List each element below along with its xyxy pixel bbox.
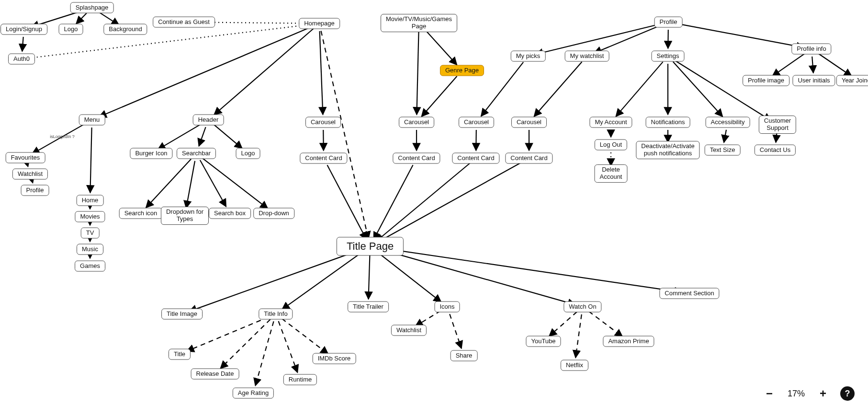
node-home[interactable]: Home — [77, 195, 104, 206]
edge-titleinfo-to-agerating — [255, 321, 273, 385]
node-accessibility[interactable]: Accessibility — [706, 117, 750, 128]
node-header[interactable]: Header — [193, 115, 224, 126]
edge-settings-to-custsupport — [675, 60, 771, 120]
node-homepage[interactable]: Homepage — [299, 18, 340, 29]
node-watchon[interactable]: Watch On — [564, 302, 601, 313]
node-youtube[interactable]: YouTube — [526, 336, 561, 347]
node-settings[interactable]: Settings — [652, 51, 685, 62]
node-logo2[interactable]: Logo — [236, 148, 260, 159]
edge-settings-to-myaccount — [616, 62, 663, 116]
node-background[interactable]: Background — [103, 24, 147, 35]
node-dropdown[interactable]: Drop-down — [253, 208, 294, 219]
edge-menu-to-home — [90, 128, 91, 193]
node-splashpage[interactable]: Splashpage — [70, 2, 114, 13]
node-carousel_home[interactable]: Carousel — [305, 117, 341, 128]
node-notifications[interactable]: Notifications — [646, 117, 690, 128]
node-commentsect[interactable]: Comment Section — [659, 288, 719, 299]
edge-login-to-auth0 — [22, 37, 23, 51]
diagram-edges-svg — [0, 0, 868, 406]
node-carousel_watch[interactable]: Carousel — [511, 117, 547, 128]
edge-genrepage-to-carousel_media — [422, 76, 457, 116]
node-yearjoined[interactable]: Year Joined — [836, 75, 868, 86]
node-movies[interactable]: Movies — [75, 211, 105, 222]
diagram-canvas[interactable]: isLoggedIn ? SplashpageLogin/SignupLogoB… — [0, 0, 868, 406]
node-runtime[interactable]: Runtime — [283, 374, 317, 385]
node-profile[interactable]: Profile — [654, 17, 683, 28]
node-logout[interactable]: Log Out — [595, 139, 627, 151]
node-searchbox[interactable]: Search box — [209, 208, 251, 219]
edge-homepage-to-menu — [99, 26, 313, 117]
help-button[interactable]: ? — [840, 386, 855, 401]
node-share[interactable]: Share — [451, 350, 478, 361]
node-profile_m[interactable]: Profile — [21, 185, 49, 196]
edge-titlepage-to-titleinfo — [282, 251, 364, 309]
edge-splashpage-to-logo1 — [76, 13, 87, 23]
node-userinitials[interactable]: User initials — [792, 75, 835, 86]
node-contactus[interactable]: Contact Us — [755, 145, 796, 156]
node-titletrailer[interactable]: Title Trailer — [348, 302, 389, 313]
node-music[interactable]: Music — [77, 244, 103, 255]
edge-titlepage-to-titleimage — [189, 249, 363, 311]
node-burger[interactable]: Burger Icon — [130, 148, 172, 159]
node-favourites[interactable]: Favourites — [6, 152, 45, 163]
node-profileinfo[interactable]: Profile info — [791, 44, 831, 55]
node-menu[interactable]: Menu — [79, 115, 105, 126]
node-cc_picks[interactable]: Content Card — [452, 153, 499, 164]
node-searchicon[interactable]: Search icon — [119, 208, 163, 219]
node-profileimg[interactable]: Profile image — [743, 75, 789, 86]
edge-homepage-to-carousel_home — [320, 31, 323, 115]
zoom-in-button[interactable]: + — [816, 387, 830, 400]
node-deleteacct[interactable]: Delete Account — [595, 164, 628, 183]
node-tv[interactable]: TV — [81, 228, 100, 239]
zoom-out-button[interactable]: − — [763, 387, 776, 400]
edge-homepage-to-titlepage — [321, 31, 369, 239]
node-myaccount[interactable]: My Account — [589, 117, 632, 128]
node-logo1[interactable]: Logo — [59, 24, 83, 35]
node-titlepage[interactable]: Title Page — [337, 237, 404, 255]
node-releasedate[interactable]: Release Date — [191, 369, 239, 380]
node-custsupport[interactable]: Customer Support — [759, 116, 796, 134]
node-amazon[interactable]: Amazon Prime — [603, 336, 654, 347]
node-mywatchlist[interactable]: My watchlist — [565, 51, 609, 62]
node-agerating[interactable]: Age Rating — [233, 388, 274, 399]
edge-titlepage-to-commentsect — [378, 247, 682, 292]
node-watchlist_i[interactable]: Watchlist — [391, 325, 427, 336]
node-login[interactable]: Login/Signup — [0, 24, 47, 35]
node-auth0[interactable]: Auth0 — [8, 54, 35, 65]
edge-carousel_home-to-cc_home — [323, 130, 324, 151]
edge-profile-to-profileinfo — [676, 23, 804, 47]
node-mediapage[interactable]: Movie/TV/Music/Games Page — [381, 14, 457, 32]
node-watchlist_m[interactable]: Watchlist — [12, 169, 48, 180]
node-icons[interactable]: Icons — [434, 302, 460, 313]
node-genrepage[interactable]: Genre Page — [440, 65, 484, 76]
edge-accessibility-to-textsize — [724, 130, 726, 143]
edge-profile-to-mypicks — [536, 24, 661, 54]
node-games[interactable]: Games — [75, 261, 105, 272]
node-carousel_picks[interactable]: Carousel — [459, 117, 494, 128]
edge-mediapage-to-carousel_media — [417, 31, 418, 115]
node-pushnotif[interactable]: Deactivate/Activate push notifications — [636, 141, 699, 159]
node-textsize[interactable]: Text Size — [705, 145, 741, 156]
edge-cc_watch-to-titlepage — [377, 162, 522, 243]
node-cc_watch[interactable]: Content Card — [505, 153, 552, 164]
node-searchbar[interactable]: Searchbar — [177, 148, 216, 159]
node-ddtypes[interactable]: Dropdown for Types — [161, 207, 209, 225]
edge-cc_home-to-titlepage — [327, 165, 366, 240]
edge-carousel_picks-to-cc_picks — [476, 130, 476, 151]
node-cc_home[interactable]: Content Card — [300, 153, 347, 164]
edge-mypicks-to-carousel_picks — [481, 62, 523, 116]
edge-cc_picks-to-titlepage — [376, 163, 470, 242]
node-carousel_media[interactable]: Carousel — [399, 117, 434, 128]
node-contguest[interactable]: Continue as Guest — [153, 17, 215, 28]
node-imdb[interactable]: IMDb Score — [313, 353, 356, 364]
node-mypicks[interactable]: My picks — [511, 51, 546, 62]
node-titleinfo[interactable]: Title Info — [259, 309, 293, 320]
node-cc_media[interactable]: Content Card — [393, 153, 440, 164]
edge-mywatchlist-to-carousel_watch — [534, 62, 582, 116]
edge-icons-to-share — [450, 314, 462, 348]
node-title[interactable]: Title — [169, 349, 191, 360]
edge-titlepage-to-watchon — [377, 248, 575, 304]
node-netflix[interactable]: Netflix — [561, 360, 588, 371]
edge-watchon-to-netflix — [575, 314, 582, 358]
node-titleimage[interactable]: Title Image — [161, 309, 203, 320]
